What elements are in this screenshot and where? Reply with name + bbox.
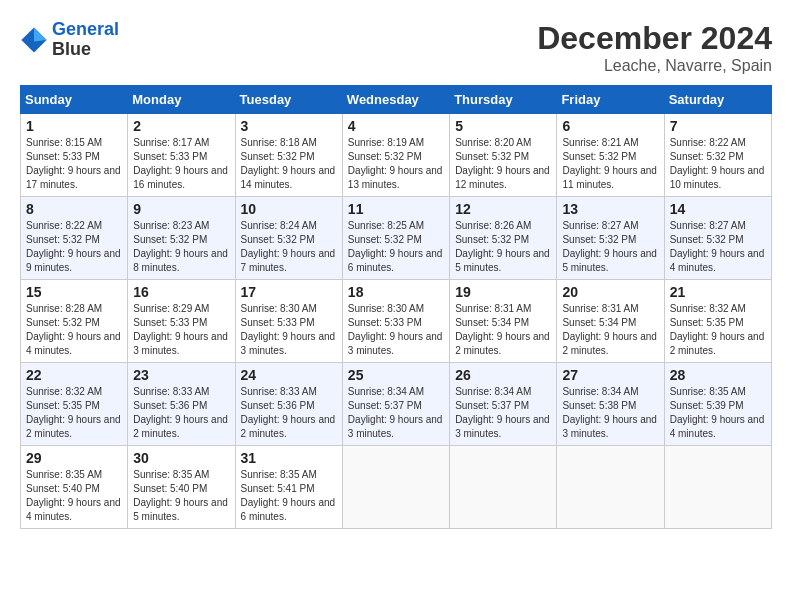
- header: General Blue December 2024 Leache, Navar…: [20, 20, 772, 75]
- calendar-header: SundayMondayTuesdayWednesdayThursdayFrid…: [21, 86, 772, 114]
- header-cell-thursday: Thursday: [450, 86, 557, 114]
- day-info: Sunrise: 8:29 AMSunset: 5:33 PMDaylight:…: [133, 302, 229, 358]
- calendar-cell: 14Sunrise: 8:27 AMSunset: 5:32 PMDayligh…: [664, 197, 771, 280]
- day-number: 7: [670, 118, 766, 134]
- calendar-week-5: 29Sunrise: 8:35 AMSunset: 5:40 PMDayligh…: [21, 446, 772, 529]
- calendar-cell: 29Sunrise: 8:35 AMSunset: 5:40 PMDayligh…: [21, 446, 128, 529]
- day-number: 5: [455, 118, 551, 134]
- day-info: Sunrise: 8:31 AMSunset: 5:34 PMDaylight:…: [562, 302, 658, 358]
- header-cell-sunday: Sunday: [21, 86, 128, 114]
- day-number: 10: [241, 201, 337, 217]
- day-number: 14: [670, 201, 766, 217]
- calendar-cell: 7Sunrise: 8:22 AMSunset: 5:32 PMDaylight…: [664, 114, 771, 197]
- day-number: 31: [241, 450, 337, 466]
- calendar-cell: 24Sunrise: 8:33 AMSunset: 5:36 PMDayligh…: [235, 363, 342, 446]
- day-info: Sunrise: 8:34 AMSunset: 5:37 PMDaylight:…: [455, 385, 551, 441]
- day-number: 16: [133, 284, 229, 300]
- day-info: Sunrise: 8:35 AMSunset: 5:39 PMDaylight:…: [670, 385, 766, 441]
- day-info: Sunrise: 8:31 AMSunset: 5:34 PMDaylight:…: [455, 302, 551, 358]
- day-number: 30: [133, 450, 229, 466]
- subtitle: Leache, Navarre, Spain: [537, 57, 772, 75]
- day-number: 25: [348, 367, 444, 383]
- day-info: Sunrise: 8:18 AMSunset: 5:32 PMDaylight:…: [241, 136, 337, 192]
- day-info: Sunrise: 8:34 AMSunset: 5:37 PMDaylight:…: [348, 385, 444, 441]
- calendar-cell: 4Sunrise: 8:19 AMSunset: 5:32 PMDaylight…: [342, 114, 449, 197]
- header-cell-monday: Monday: [128, 86, 235, 114]
- logo-text: General Blue: [52, 20, 119, 60]
- logo: General Blue: [20, 20, 119, 60]
- calendar-cell: 3Sunrise: 8:18 AMSunset: 5:32 PMDaylight…: [235, 114, 342, 197]
- calendar-cell: 27Sunrise: 8:34 AMSunset: 5:38 PMDayligh…: [557, 363, 664, 446]
- day-number: 28: [670, 367, 766, 383]
- day-number: 21: [670, 284, 766, 300]
- calendar-cell: 21Sunrise: 8:32 AMSunset: 5:35 PMDayligh…: [664, 280, 771, 363]
- day-info: Sunrise: 8:17 AMSunset: 5:33 PMDaylight:…: [133, 136, 229, 192]
- day-info: Sunrise: 8:34 AMSunset: 5:38 PMDaylight:…: [562, 385, 658, 441]
- logo-icon: [20, 26, 48, 54]
- day-number: 6: [562, 118, 658, 134]
- calendar-cell: 8Sunrise: 8:22 AMSunset: 5:32 PMDaylight…: [21, 197, 128, 280]
- calendar-cell: [664, 446, 771, 529]
- day-info: Sunrise: 8:35 AMSunset: 5:40 PMDaylight:…: [133, 468, 229, 524]
- day-info: Sunrise: 8:25 AMSunset: 5:32 PMDaylight:…: [348, 219, 444, 275]
- calendar-cell: 5Sunrise: 8:20 AMSunset: 5:32 PMDaylight…: [450, 114, 557, 197]
- day-info: Sunrise: 8:30 AMSunset: 5:33 PMDaylight:…: [348, 302, 444, 358]
- day-info: Sunrise: 8:33 AMSunset: 5:36 PMDaylight:…: [133, 385, 229, 441]
- calendar-cell: 16Sunrise: 8:29 AMSunset: 5:33 PMDayligh…: [128, 280, 235, 363]
- day-number: 19: [455, 284, 551, 300]
- header-cell-friday: Friday: [557, 86, 664, 114]
- day-number: 2: [133, 118, 229, 134]
- day-info: Sunrise: 8:30 AMSunset: 5:33 PMDaylight:…: [241, 302, 337, 358]
- day-info: Sunrise: 8:15 AMSunset: 5:33 PMDaylight:…: [26, 136, 122, 192]
- day-number: 22: [26, 367, 122, 383]
- day-info: Sunrise: 8:32 AMSunset: 5:35 PMDaylight:…: [26, 385, 122, 441]
- calendar-cell: 22Sunrise: 8:32 AMSunset: 5:35 PMDayligh…: [21, 363, 128, 446]
- calendar-cell: 15Sunrise: 8:28 AMSunset: 5:32 PMDayligh…: [21, 280, 128, 363]
- day-info: Sunrise: 8:22 AMSunset: 5:32 PMDaylight:…: [26, 219, 122, 275]
- day-number: 11: [348, 201, 444, 217]
- day-info: Sunrise: 8:26 AMSunset: 5:32 PMDaylight:…: [455, 219, 551, 275]
- calendar-cell: 6Sunrise: 8:21 AMSunset: 5:32 PMDaylight…: [557, 114, 664, 197]
- day-number: 27: [562, 367, 658, 383]
- header-cell-saturday: Saturday: [664, 86, 771, 114]
- day-number: 4: [348, 118, 444, 134]
- calendar-cell: 28Sunrise: 8:35 AMSunset: 5:39 PMDayligh…: [664, 363, 771, 446]
- day-number: 18: [348, 284, 444, 300]
- day-info: Sunrise: 8:22 AMSunset: 5:32 PMDaylight:…: [670, 136, 766, 192]
- calendar-cell: [342, 446, 449, 529]
- calendar-cell: 23Sunrise: 8:33 AMSunset: 5:36 PMDayligh…: [128, 363, 235, 446]
- day-info: Sunrise: 8:27 AMSunset: 5:32 PMDaylight:…: [670, 219, 766, 275]
- title-area: December 2024 Leache, Navarre, Spain: [537, 20, 772, 75]
- header-row: SundayMondayTuesdayWednesdayThursdayFrid…: [21, 86, 772, 114]
- day-number: 15: [26, 284, 122, 300]
- calendar-week-3: 15Sunrise: 8:28 AMSunset: 5:32 PMDayligh…: [21, 280, 772, 363]
- calendar-week-2: 8Sunrise: 8:22 AMSunset: 5:32 PMDaylight…: [21, 197, 772, 280]
- day-info: Sunrise: 8:27 AMSunset: 5:32 PMDaylight:…: [562, 219, 658, 275]
- calendar: SundayMondayTuesdayWednesdayThursdayFrid…: [20, 85, 772, 529]
- calendar-cell: [557, 446, 664, 529]
- calendar-cell: 9Sunrise: 8:23 AMSunset: 5:32 PMDaylight…: [128, 197, 235, 280]
- calendar-cell: 13Sunrise: 8:27 AMSunset: 5:32 PMDayligh…: [557, 197, 664, 280]
- day-info: Sunrise: 8:19 AMSunset: 5:32 PMDaylight:…: [348, 136, 444, 192]
- day-info: Sunrise: 8:28 AMSunset: 5:32 PMDaylight:…: [26, 302, 122, 358]
- day-number: 8: [26, 201, 122, 217]
- day-number: 13: [562, 201, 658, 217]
- day-number: 9: [133, 201, 229, 217]
- calendar-week-1: 1Sunrise: 8:15 AMSunset: 5:33 PMDaylight…: [21, 114, 772, 197]
- day-number: 26: [455, 367, 551, 383]
- calendar-cell: 19Sunrise: 8:31 AMSunset: 5:34 PMDayligh…: [450, 280, 557, 363]
- day-number: 17: [241, 284, 337, 300]
- day-number: 24: [241, 367, 337, 383]
- calendar-cell: 12Sunrise: 8:26 AMSunset: 5:32 PMDayligh…: [450, 197, 557, 280]
- day-info: Sunrise: 8:33 AMSunset: 5:36 PMDaylight:…: [241, 385, 337, 441]
- header-cell-tuesday: Tuesday: [235, 86, 342, 114]
- day-number: 12: [455, 201, 551, 217]
- day-number: 20: [562, 284, 658, 300]
- calendar-body: 1Sunrise: 8:15 AMSunset: 5:33 PMDaylight…: [21, 114, 772, 529]
- day-info: Sunrise: 8:20 AMSunset: 5:32 PMDaylight:…: [455, 136, 551, 192]
- calendar-cell: 2Sunrise: 8:17 AMSunset: 5:33 PMDaylight…: [128, 114, 235, 197]
- day-number: 29: [26, 450, 122, 466]
- calendar-cell: 1Sunrise: 8:15 AMSunset: 5:33 PMDaylight…: [21, 114, 128, 197]
- day-info: Sunrise: 8:23 AMSunset: 5:32 PMDaylight:…: [133, 219, 229, 275]
- main-title: December 2024: [537, 20, 772, 57]
